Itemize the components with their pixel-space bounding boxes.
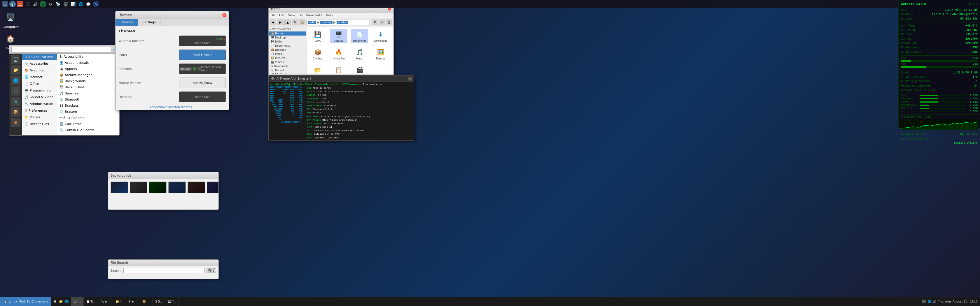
app-applets[interactable]: 🔌 Applets: [57, 66, 119, 72]
fm-list-view-btn[interactable]: ≡: [379, 19, 385, 25]
cat-all-apps[interactable]: ⊞ All Applications: [22, 54, 57, 60]
taskbar-item-6[interactable]: S S...: [153, 297, 165, 306]
fm-item-dropbox[interactable]: 📦 Dropbox: [309, 47, 326, 61]
fm-item-downloads[interactable]: ⬇️ Downloads: [372, 29, 390, 43]
taskbar-item-1[interactable]: 📋 Tr...: [84, 297, 98, 306]
cat-administration[interactable]: 🔧 Administration: [22, 100, 57, 107]
left-btn-5[interactable]: S: [11, 97, 21, 106]
topbar-icon-8[interactable]: 🖥️: [62, 1, 69, 7]
bg-thumb-2[interactable]: [130, 182, 147, 193]
themes-tab-settings[interactable]: Settings: [138, 19, 161, 25]
left-btn-3[interactable]: 🌐: [11, 76, 21, 85]
file-search-input[interactable]: [123, 268, 205, 273]
topbar-icon-10[interactable]: 🌐: [78, 1, 84, 7]
fm-item-desktop[interactable]: 🖥️ Desktop: [330, 29, 347, 43]
fm-home-btn[interactable]: 🏠: [299, 19, 305, 25]
bg-thumb-5[interactable]: [188, 182, 205, 193]
fm-address-bar[interactable]: erik ▶ .config ▶ conky: [306, 20, 370, 25]
controls-preview[interactable]: Button Mint-Y-Darker-Arch: [179, 63, 226, 74]
fm-breadcrumb-config[interactable]: .config: [320, 21, 332, 24]
app-accessibility[interactable]: ♿ Accessibility: [57, 54, 119, 60]
topbar-icon-11[interactable]: 💬: [85, 1, 92, 7]
cat-accessories[interactable]: 📎 Accessories: [22, 60, 57, 67]
app-catfish[interactable]: 🔍 Catfish File Search: [57, 127, 119, 133]
terminal-close-btn[interactable]: ✕: [408, 77, 412, 81]
app-backup[interactable]: 💾 Backup Tool: [57, 84, 119, 90]
icons-preview[interactable]: Sardi Flexible: [179, 49, 226, 60]
taskbar-item-4[interactable]: ⚙️ er...: [126, 297, 140, 306]
fm-sidebar-videos[interactable]: 🎬 Videos: [269, 60, 306, 64]
fm-item-data[interactable]: 💾 DATA: [309, 29, 326, 43]
fm-breadcrumb-conky[interactable]: conky: [337, 21, 348, 24]
fm-panel-btn[interactable]: ▤: [386, 19, 392, 25]
fm-menu-go[interactable]: Go: [298, 14, 304, 17]
app-account[interactable]: 👤 Account details: [57, 60, 119, 66]
fm-sidebar-dropbox[interactable]: 📦 Dropbox: [269, 48, 306, 52]
cat-internet[interactable]: 🌐 Internet: [22, 74, 57, 81]
cat-graphics[interactable]: 🎨 Graphics: [22, 67, 57, 74]
fm-sidebar-desktop[interactable]: 🖥️ Desktop: [269, 36, 306, 40]
fm-menu-bookmarks[interactable]: Bookmarks: [305, 14, 323, 17]
desktop-preview[interactable]: Mint-Y-Arch: [179, 92, 226, 102]
add-remove-themes-link[interactable]: Add/remove desktop themes...: [118, 106, 226, 108]
fm-menu-help[interactable]: Help: [325, 14, 334, 17]
topbar-icon-3[interactable]: 🎵: [24, 1, 31, 7]
left-btn-2[interactable]: 📁: [11, 65, 21, 75]
topbar-icon-9[interactable]: 📊: [70, 1, 76, 7]
bg-thumb-4[interactable]: [168, 182, 186, 193]
themes-close-btn[interactable]: ✕: [222, 13, 226, 17]
fm-item-templates[interactable]: 📋 Templates: [330, 64, 347, 74]
cat-programming[interactable]: 💻 Programming: [22, 87, 57, 94]
fm-item-documents[interactable]: 📄 Documents: [351, 29, 368, 43]
fm-menu-file[interactable]: File: [270, 14, 277, 17]
taskbar-volume-icon[interactable]: 🔊: [933, 300, 936, 303]
taskbar-item-2[interactable]: 🔧 er...: [98, 297, 113, 306]
tq-icon-3[interactable]: 🌐: [64, 299, 69, 304]
taskbar-item-3[interactable]: 📁 I...: [113, 297, 126, 306]
terminal-body[interactable]: erik@erik-P5Q:~/Dropbox/Sardi Themes/Git…: [269, 82, 414, 141]
cat-preferences[interactable]: ⚙️ Preferences: [22, 107, 57, 114]
topbar-icon-12[interactable]: S: [93, 1, 99, 7]
app-backgrounds[interactable]: 🖼️ Backgrounds: [57, 78, 119, 84]
fm-refresh-btn[interactable]: ↻: [292, 19, 298, 25]
cat-recent[interactable]: 🕐 Recent Files: [22, 120, 57, 127]
taskbar-start-button[interactable]: 🐧 Linux Mint 18 Cinnamon: [0, 297, 51, 306]
bg-thumb-6[interactable]: [207, 182, 218, 193]
fm-item-videos[interactable]: 🎬 Videos: [351, 64, 368, 74]
left-btn-6[interactable]: 📦: [11, 107, 21, 117]
fm-forward-btn[interactable]: ▶: [277, 19, 283, 25]
fm-grid-view-btn[interactable]: ⊞: [372, 19, 378, 25]
bg-thumb-3[interactable]: [149, 182, 167, 193]
fm-item-mintyfire[interactable]: 🔥 mint-y-fire: [330, 47, 347, 61]
fm-breadcrumb-erik[interactable]: erik: [308, 21, 316, 24]
fm-item-music[interactable]: 🎵 Music: [351, 47, 368, 61]
fm-sidebar-pictures[interactable]: 🖼️ Pictures: [269, 56, 306, 60]
app-menu-search-input[interactable]: [11, 47, 111, 52]
topbar-icon-1[interactable]: 🐧: [10, 1, 16, 7]
topbar-icon-5[interactable]: S: [40, 1, 46, 7]
fm-sidebar-music[interactable]: 🎵 Music: [269, 52, 306, 56]
cat-places[interactable]: 📁 Places: [22, 114, 57, 120]
taskbar-kb-icon[interactable]: ⌨️: [922, 300, 926, 303]
topbar-icon-7[interactable]: 📡: [55, 1, 61, 7]
fm-up-btn[interactable]: ▲: [285, 19, 291, 25]
fm-back-btn[interactable]: ◀: [270, 19, 276, 25]
app-banshee[interactable]: 🎵 Banshee: [57, 90, 119, 97]
app-archive[interactable]: 📦 Archive Manager: [57, 72, 119, 78]
fm-menu-view[interactable]: View: [287, 14, 296, 17]
fm-item-pictures[interactable]: 🖼️ Pictures: [372, 47, 390, 61]
fm-sidebar-recent[interactable]: 🕐 Recent: [269, 68, 306, 72]
fm-sidebar-documents[interactable]: 📄 Documents: [269, 44, 306, 48]
left-btn-7[interactable]: ⚙️: [11, 118, 21, 127]
borders-preview[interactable]: Mint-Y-Arch: [179, 36, 226, 46]
app-brasero[interactable]: 💿 Brasero: [57, 109, 119, 115]
tq-icon-2[interactable]: 📁: [58, 299, 64, 304]
left-btn-1[interactable]: 🖥️: [11, 55, 21, 64]
left-btn-4[interactable]: 🎵: [11, 86, 21, 95]
topbar-icon-4[interactable]: 🔊: [32, 1, 38, 7]
file-search-btn[interactable]: Find: [207, 268, 216, 273]
taskbar-item-5[interactable]: 🎨 I...: [140, 297, 153, 306]
app-brackets[interactable]: {} Brackets: [57, 103, 119, 109]
topbar-icon-6[interactable]: ⚙️: [47, 1, 54, 7]
fm-menu-edit[interactable]: Edit: [278, 14, 286, 17]
